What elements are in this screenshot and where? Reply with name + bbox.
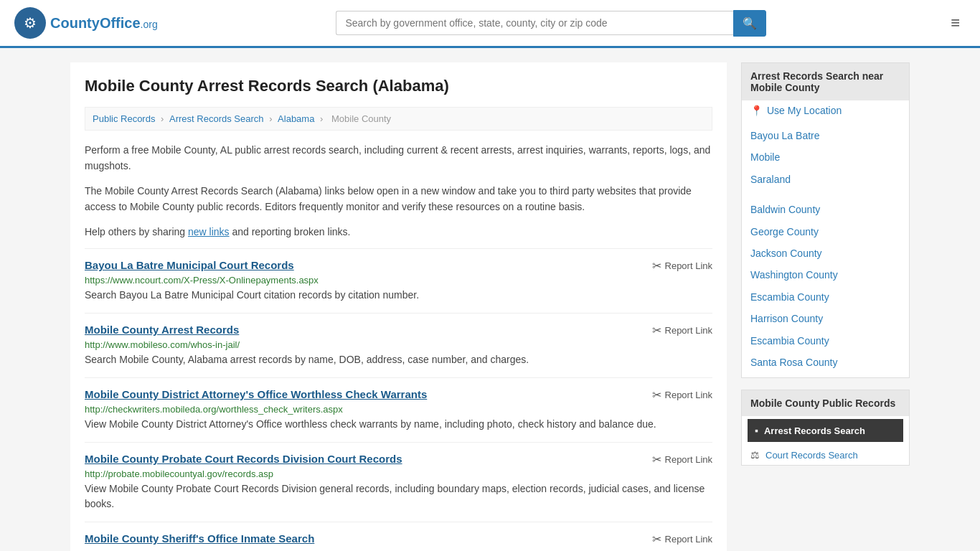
court-records-icon: ⚖ — [750, 449, 760, 461]
report-icon: ✂ — [652, 259, 661, 273]
report-label: Report Link — [665, 390, 712, 400]
site-header: ⚙ CountyOffice.org 🔍 ≡ — [0, 0, 980, 48]
report-label: Report Link — [665, 454, 712, 465]
sidebar-county-item[interactable]: Escambia County — [742, 286, 909, 308]
record-title-1[interactable]: Mobile County Arrest Records — [85, 324, 239, 336]
sidebar-city-item[interactable]: Bayou La Batre — [742, 125, 909, 146]
city-link-2[interactable]: Saraland — [750, 174, 791, 185]
search-icon: 🔍 — [743, 17, 757, 29]
report-link-4[interactable]: ✂ Report Link — [652, 532, 712, 546]
court-records-link[interactable]: Court Records Search — [765, 450, 858, 461]
record-title-4[interactable]: Mobile County Sheriff's Office Inmate Se… — [85, 532, 314, 545]
public-records-header: Mobile County Public Records — [742, 390, 909, 416]
nearby-section: Arrest Records Search near Mobile County… — [741, 62, 910, 378]
sidebar: Arrest Records Search near Mobile County… — [741, 62, 910, 551]
report-label: Report Link — [665, 534, 712, 545]
logo-icon: ⚙ — [14, 7, 46, 39]
sidebar-county-item[interactable]: Jackson County — [742, 242, 909, 264]
record-title-2[interactable]: Mobile County District Attorney's Office… — [85, 388, 427, 400]
city-list: Bayou La BatreMobileSaraland — [742, 121, 909, 194]
arrest-records-search-link[interactable]: Arrest Records Search — [764, 425, 865, 436]
main-layout: Mobile County Arrest Records Search (Ala… — [60, 48, 920, 551]
sidebar-county-item[interactable]: Escambia County — [742, 330, 909, 352]
county-link-1[interactable]: George County — [750, 226, 819, 237]
hamburger-icon: ≡ — [951, 14, 960, 32]
report-label: Report Link — [665, 260, 712, 271]
record-desc-3: View Mobile County Probate Court Records… — [85, 481, 712, 512]
page-title: Mobile County Arrest Records Search (Ala… — [85, 77, 712, 95]
breadcrumb-alabama[interactable]: Alabama — [278, 113, 314, 124]
breadcrumb: Public Records › Arrest Records Search ›… — [85, 107, 712, 131]
records-list: Bayou La Batre Municipal Court Records ✂… — [85, 248, 712, 551]
public-records-section: Mobile County Public Records ▪ Arrest Re… — [741, 390, 910, 466]
sidebar-county-item[interactable]: Washington County — [742, 264, 909, 286]
breadcrumb-mobile-county: Mobile County — [331, 113, 391, 124]
sidebar-county-item[interactable]: Harrison County — [742, 308, 909, 329]
record-desc-1: Search Mobile County, Alabama arrest rec… — [85, 352, 712, 367]
record-item: Mobile County Probate Court Records Divi… — [85, 442, 712, 522]
report-label: Report Link — [665, 325, 712, 336]
record-item: Bayou La Batre Municipal Court Records ✂… — [85, 248, 712, 313]
sidebar-county-item[interactable]: Baldwin County — [742, 199, 909, 220]
menu-button[interactable]: ≡ — [945, 11, 966, 35]
logo-area: ⚙ CountyOffice.org — [14, 7, 158, 39]
record-title-3[interactable]: Mobile County Probate Court Records Divi… — [85, 453, 402, 465]
record-item: Mobile County Arrest Records ✂ Report Li… — [85, 313, 712, 377]
record-url-0: https://www.ncourt.com/X-Press/X-Onlinep… — [85, 275, 712, 286]
next-sidebar-item[interactable]: ⚖ Court Records Search — [742, 445, 909, 465]
report-icon: ✂ — [652, 532, 661, 546]
record-header: Mobile County Arrest Records ✂ Report Li… — [85, 324, 712, 337]
active-sidebar-item[interactable]: ▪ Arrest Records Search — [748, 419, 903, 442]
sidebar-county-item[interactable]: Santa Rosa County — [742, 352, 909, 373]
report-link-1[interactable]: ✂ Report Link — [652, 324, 712, 337]
record-url-3: http://probate.mobilecountyal.gov/record… — [85, 468, 712, 479]
record-url-2: http://checkwriters.mobileda.org/worthle… — [85, 404, 712, 415]
record-title-0[interactable]: Bayou La Batre Municipal Court Records — [85, 259, 294, 271]
record-url-1: http://www.mobileso.com/whos-in-jail/ — [85, 339, 712, 350]
county-list: Baldwin CountyGeorge CountyJackson Count… — [742, 194, 909, 377]
nearby-header: Arrest Records Search near Mobile County — [742, 63, 909, 100]
record-header: Bayou La Batre Municipal Court Records ✂… — [85, 259, 712, 273]
county-link-7[interactable]: Santa Rosa County — [750, 357, 837, 368]
report-icon: ✂ — [652, 453, 661, 466]
record-header: Mobile County Probate Court Records Divi… — [85, 453, 712, 466]
county-link-2[interactable]: Jackson County — [750, 248, 822, 259]
report-icon: ✂ — [652, 324, 661, 337]
description-3: Help others by sharing new links and rep… — [85, 224, 712, 240]
report-link-2[interactable]: ✂ Report Link — [652, 388, 712, 402]
record-item: Mobile County Sheriff's Office Inmate Se… — [85, 522, 712, 551]
use-location[interactable]: 📍 Use My Location — [742, 100, 909, 121]
city-link-1[interactable]: Mobile — [750, 151, 780, 163]
record-desc-2: View Mobile County District Attorney's O… — [85, 417, 712, 432]
record-header: Mobile County Sheriff's Office Inmate Se… — [85, 532, 712, 546]
description-1: Perform a free Mobile County, AL public … — [85, 142, 712, 174]
new-links-link[interactable]: new links — [188, 226, 230, 237]
use-location-link[interactable]: Use My Location — [767, 105, 842, 116]
county-link-3[interactable]: Washington County — [750, 269, 838, 281]
breadcrumb-arrest-records[interactable]: Arrest Records Search — [169, 113, 264, 124]
search-area: 🔍 — [336, 10, 766, 37]
county-link-0[interactable]: Baldwin County — [750, 204, 820, 215]
active-record-icon: ▪ — [755, 425, 758, 436]
logo-text: CountyOffice.org — [50, 15, 158, 32]
sidebar-city-item[interactable]: Mobile — [742, 146, 909, 168]
search-input[interactable] — [336, 11, 733, 35]
breadcrumb-public-records[interactable]: Public Records — [93, 113, 155, 124]
content-area: Mobile County Arrest Records Search (Ala… — [70, 62, 727, 551]
city-link-0[interactable]: Bayou La Batre — [750, 130, 820, 141]
county-link-5[interactable]: Harrison County — [750, 313, 823, 324]
record-item: Mobile County District Attorney's Office… — [85, 377, 712, 442]
search-button[interactable]: 🔍 — [733, 10, 766, 37]
report-link-3[interactable]: ✂ Report Link — [652, 453, 712, 466]
county-link-6[interactable]: Escambia County — [750, 335, 829, 347]
record-header: Mobile County District Attorney's Office… — [85, 388, 712, 402]
report-link-0[interactable]: ✂ Report Link — [652, 259, 712, 273]
county-link-4[interactable]: Escambia County — [750, 291, 829, 303]
sidebar-county-item[interactable]: George County — [742, 221, 909, 242]
sidebar-city-item[interactable]: Saraland — [742, 169, 909, 190]
report-icon: ✂ — [652, 388, 661, 402]
location-icon: 📍 — [750, 105, 763, 116]
description-2: The Mobile County Arrest Records Search … — [85, 183, 712, 215]
record-desc-0: Search Bayou La Batre Municipal Court ci… — [85, 288, 712, 303]
